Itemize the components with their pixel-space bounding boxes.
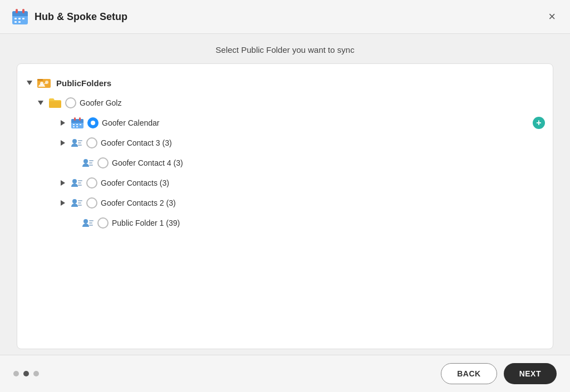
- svg-point-40: [83, 219, 88, 224]
- svg-rect-30: [89, 162, 92, 163]
- svg-rect-31: [89, 165, 93, 166]
- tree-node-goofer-contact4: Goofer Contact 4 (3): [67, 153, 547, 173]
- pubfolders-icon: [37, 76, 53, 90]
- svg-point-36: [72, 199, 77, 204]
- label-public-folder1: Public Folder 1 (39): [112, 219, 545, 227]
- contact-icon: [82, 157, 94, 168]
- expand-goofer-contact3[interactable]: [58, 138, 67, 147]
- footer-buttons: BACK NEXT: [441, 363, 557, 384]
- svg-rect-34: [78, 182, 81, 183]
- radio-goofer-calendar[interactable]: [87, 117, 99, 128]
- back-button[interactable]: BACK: [441, 363, 497, 384]
- contact-icon: [82, 217, 94, 229]
- tree-node-goofer-contact3: Goofer Contact 3 (3): [56, 133, 547, 153]
- root-label: PublicFolders: [56, 78, 545, 88]
- svg-rect-42: [89, 222, 92, 224]
- svg-rect-4: [22, 9, 24, 13]
- svg-rect-17: [74, 117, 76, 121]
- svg-rect-21: [80, 124, 81, 125]
- svg-point-24: [72, 139, 77, 143]
- progress-dots: [13, 371, 39, 376]
- svg-rect-16: [71, 121, 83, 123]
- svg-rect-38: [78, 202, 81, 204]
- svg-rect-5: [14, 18, 17, 19]
- radio-goofer-contacts2[interactable]: [86, 197, 97, 209]
- svg-point-28: [83, 159, 88, 163]
- subtitle: Select Public Folder you want to sync: [17, 45, 553, 54]
- svg-rect-3: [16, 9, 18, 13]
- main-content: Select Public Folder you want to sync Pu…: [0, 34, 570, 355]
- svg-rect-6: [18, 18, 21, 19]
- triangle-down-icon: [38, 101, 43, 105]
- expand-root[interactable]: [25, 78, 34, 87]
- svg-rect-8: [14, 21, 17, 23]
- svg-rect-29: [89, 160, 94, 161]
- radio-goofer-contacts[interactable]: [86, 177, 97, 188]
- svg-rect-25: [78, 140, 82, 141]
- window-title: Hub & Spoke Setup: [35, 11, 127, 23]
- title-bar-left: Hub & Spoke Setup: [11, 8, 127, 26]
- tree-node-goofer-contacts2: Goofer Contacts 2 (3): [56, 193, 547, 213]
- expand-goofer-contacts[interactable]: [58, 178, 67, 187]
- expand-goofer-contacts2[interactable]: [58, 199, 67, 207]
- dot-3: [33, 371, 39, 376]
- svg-rect-20: [76, 124, 78, 125]
- svg-rect-41: [89, 220, 94, 221]
- tree-container: PublicFolders Goofer Golz: [17, 63, 553, 349]
- svg-rect-27: [78, 145, 82, 146]
- label-goofer-contact4: Goofer Contact 4 (3): [112, 158, 545, 167]
- triangle-right-icon: [61, 140, 65, 146]
- svg-rect-23: [76, 126, 78, 127]
- expand-goofer-golz[interactable]: [36, 98, 45, 107]
- radio-goofer-contact3[interactable]: [86, 137, 97, 148]
- next-button[interactable]: NEXT: [504, 363, 557, 384]
- tree-node-goofer-contacts: Goofer Contacts (3): [56, 173, 547, 193]
- svg-rect-37: [78, 200, 82, 201]
- tree-node-public-folder1: Public Folder 1 (39): [67, 213, 547, 233]
- cal-icon-inline: [71, 117, 84, 129]
- svg-point-32: [72, 179, 77, 183]
- triangle-down-icon: [27, 81, 32, 85]
- svg-rect-18: [79, 117, 81, 121]
- tree-node-goofer-calendar: Goofer Calendar +: [56, 113, 547, 133]
- triangle-right-icon: [61, 120, 65, 126]
- tree-node-goofer-golz: Goofer Golz: [34, 93, 547, 113]
- svg-rect-39: [78, 205, 82, 206]
- dot-1: [13, 371, 19, 376]
- contact-icon: [71, 197, 83, 209]
- svg-rect-9: [18, 21, 21, 23]
- label-goofer-contacts2: Goofer Contacts 2 (3): [101, 199, 545, 207]
- svg-rect-26: [78, 142, 81, 143]
- radio-public-folder1[interactable]: [97, 217, 109, 229]
- svg-rect-2: [12, 14, 28, 16]
- calendar-icon: [11, 8, 29, 26]
- folder-icon: [48, 97, 62, 108]
- triangle-right-icon: [61, 200, 65, 206]
- label-goofer-contacts: Goofer Contacts (3): [101, 178, 545, 187]
- close-button[interactable]: ×: [545, 9, 559, 24]
- triangle-right-icon: [61, 180, 65, 186]
- radio-goofer-contact4[interactable]: [97, 157, 109, 168]
- contact-icon: [71, 137, 83, 148]
- label-goofer-calendar: Goofer Calendar: [102, 118, 529, 127]
- svg-rect-22: [73, 126, 75, 127]
- radio-goofer-golz[interactable]: [65, 97, 76, 108]
- label-goofer-golz: Goofer Golz: [80, 98, 545, 107]
- dot-2: [23, 371, 29, 376]
- svg-rect-7: [22, 18, 24, 19]
- contact-icon: [71, 177, 83, 188]
- tree-node-root: PublicFolders: [23, 73, 547, 93]
- svg-rect-35: [78, 185, 82, 186]
- add-circle-button[interactable]: +: [533, 117, 545, 129]
- title-bar: Hub & Spoke Setup ×: [0, 0, 570, 34]
- svg-rect-19: [73, 124, 75, 125]
- svg-rect-33: [78, 180, 82, 181]
- svg-rect-43: [89, 225, 93, 226]
- footer: BACK NEXT: [0, 355, 570, 392]
- label-goofer-contact3: Goofer Contact 3 (3): [101, 138, 545, 147]
- expand-goofer-calendar[interactable]: [58, 118, 67, 127]
- svg-rect-11: [37, 79, 43, 81]
